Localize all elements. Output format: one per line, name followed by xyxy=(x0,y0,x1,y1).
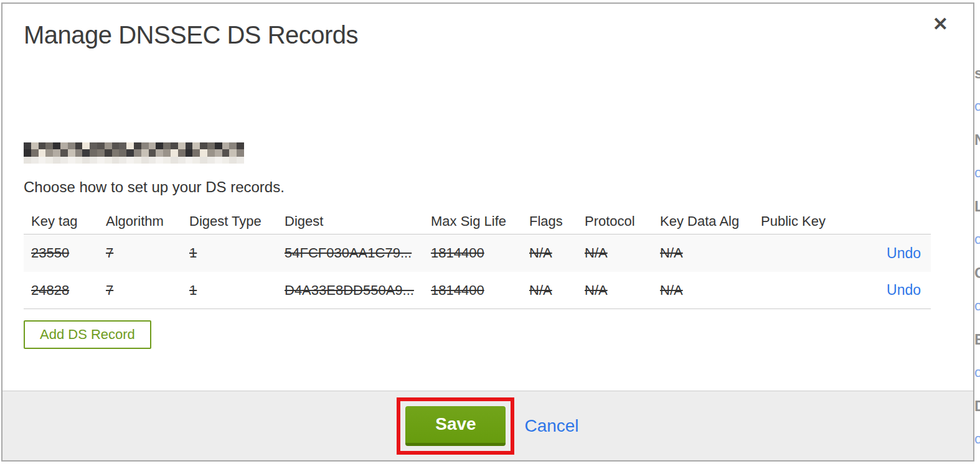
header-digest-type: Digest Type xyxy=(182,213,277,230)
table-row: 23550 7 1 54FCF030AA1C79... 1814400 N/A … xyxy=(24,234,931,272)
header-algorithm: Algorithm xyxy=(98,213,182,230)
dialog-content: Choose how to set up your DS records. Ke… xyxy=(2,49,973,349)
cell-key-data-alg: N/A xyxy=(653,245,753,261)
header-digest: Digest xyxy=(277,213,423,230)
cell-flags: N/A xyxy=(522,245,577,261)
cell-digest: 54FCF030AA1C79... xyxy=(277,245,423,261)
cell-flags: N/A xyxy=(522,282,577,299)
cell-protocol: N/A xyxy=(577,245,653,261)
cell-key-tag: 24828 xyxy=(24,282,98,299)
cell-digest-type: 1 xyxy=(182,245,277,261)
dialog-header: Manage DNSSEC DS Records ✕ xyxy=(2,4,973,49)
cell-max-sig-life: 1814400 xyxy=(423,245,522,261)
cell-digest: D4A33E8DD550A9... xyxy=(277,282,423,299)
table-header-row: Key tag Algorithm Digest Type Digest Max… xyxy=(24,208,931,234)
undo-link[interactable]: Undo xyxy=(887,245,921,261)
cancel-link[interactable]: Cancel xyxy=(524,416,578,436)
annotation-highlight-box: Save xyxy=(397,397,514,455)
setup-instruction-text: Choose how to set up your DS records. xyxy=(24,179,973,196)
cell-algorithm: 7 xyxy=(98,282,182,299)
undo-link[interactable]: Undo xyxy=(887,282,921,298)
table-row: 24828 7 1 D4A33E8DD550A9... 1814400 N/A … xyxy=(24,272,931,309)
cell-max-sig-life: 1814400 xyxy=(423,282,522,299)
cell-algorithm: 7 xyxy=(98,245,182,261)
ds-records-table: Key tag Algorithm Digest Type Digest Max… xyxy=(24,208,931,309)
cell-key-tag: 23550 xyxy=(24,245,98,261)
domain-name-redacted xyxy=(24,142,244,164)
header-max-sig-life: Max Sig Life xyxy=(423,213,522,230)
dialog-footer: Save Cancel xyxy=(2,391,973,460)
header-key-tag: Key tag xyxy=(24,213,98,230)
save-button[interactable]: Save xyxy=(405,406,506,446)
header-flags: Flags xyxy=(522,213,577,230)
cell-key-data-alg: N/A xyxy=(653,282,753,299)
cell-protocol: N/A xyxy=(577,282,653,299)
header-public-key: Public Key xyxy=(753,213,860,230)
background-page-edge: soNoLoCoEoDo xyxy=(974,0,980,464)
manage-dnssec-dialog: Manage DNSSEC DS Records ✕ Choose how to… xyxy=(1,2,974,462)
cell-digest-type: 1 xyxy=(182,282,277,299)
add-ds-record-button[interactable]: Add DS Record xyxy=(24,320,151,349)
close-icon[interactable]: ✕ xyxy=(933,15,948,34)
header-key-data-alg: Key Data Alg xyxy=(653,213,753,230)
dialog-title: Manage DNSSEC DS Records xyxy=(24,21,973,49)
header-protocol: Protocol xyxy=(577,213,653,230)
